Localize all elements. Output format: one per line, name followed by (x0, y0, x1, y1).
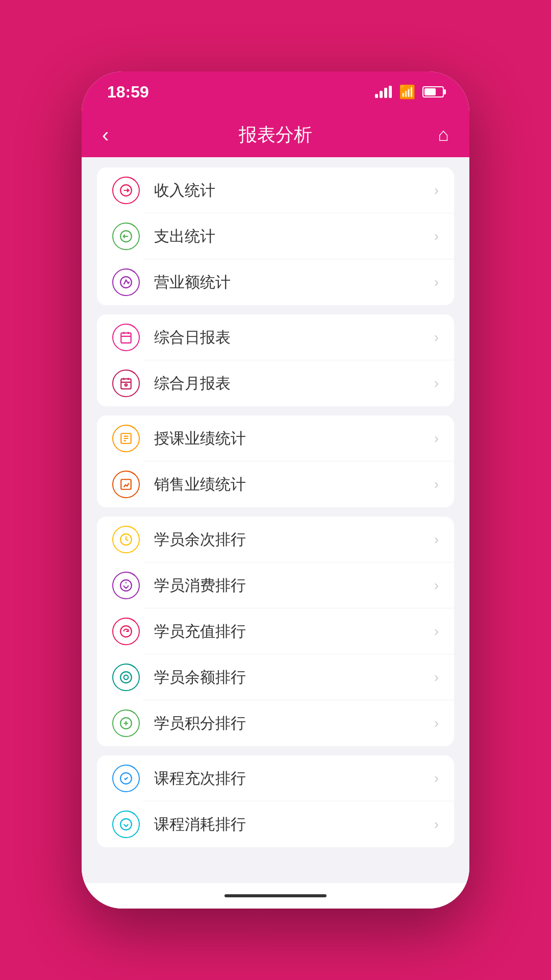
income-stats-label: 收入统计 (154, 180, 434, 201)
chevron-icon: › (434, 770, 439, 787)
signal-icon (375, 86, 392, 98)
student-points-icon (112, 709, 140, 737)
svg-rect-3 (121, 333, 131, 343)
income-stats-icon (112, 177, 140, 204)
daily-report-label: 综合日报表 (154, 327, 434, 348)
student-balance-icon (112, 664, 140, 691)
menu-item-course-consume[interactable]: 课程消耗排行 › (97, 801, 454, 847)
svg-rect-16 (121, 479, 131, 489)
chevron-icon: › (434, 430, 439, 447)
wifi-icon: 📶 (399, 84, 415, 100)
menu-item-teaching-perf[interactable]: 授课业绩统计 › (97, 415, 454, 461)
revenue-stats-label: 营业额统计 (154, 272, 434, 293)
status-time: 18:59 (107, 83, 149, 102)
daily-report-icon (112, 324, 140, 351)
svg-point-21 (124, 675, 129, 680)
page-title: 报表分析 (239, 122, 312, 148)
svg-point-20 (120, 672, 132, 683)
content-area: 收入统计 › 支出统计 › 营业额统计 › (82, 157, 469, 883)
course-consume-label: 课程消耗排行 (154, 814, 434, 835)
monthly-report-label: 综合月报表 (154, 373, 434, 394)
student-recharge-icon (112, 618, 140, 645)
menu-group-1: 收入统计 › 支出统计 › 营业额统计 › (97, 167, 454, 305)
menu-item-income-stats[interactable]: 收入统计 › (97, 167, 454, 213)
course-recharge-icon (112, 765, 140, 792)
menu-item-sales-perf[interactable]: 销售业绩统计 › (97, 461, 454, 507)
chevron-icon: › (434, 623, 439, 640)
menu-item-student-remaining[interactable]: 学员余次排行 › (97, 517, 454, 562)
chevron-icon: › (434, 577, 439, 594)
chevron-icon: › (434, 531, 439, 548)
teaching-perf-label: 授课业绩统计 (154, 428, 434, 449)
student-remaining-icon (112, 526, 140, 553)
svg-point-2 (120, 277, 132, 288)
chevron-icon: › (434, 375, 439, 391)
sales-perf-icon (112, 471, 140, 498)
menu-group-3: 授课业绩统计 › 销售业绩统计 › (97, 415, 454, 507)
menu-group-4: 学员余次排行 › 学员消费排行 › 学员充值排行 › (97, 517, 454, 746)
chevron-icon: › (434, 476, 439, 493)
chevron-icon: › (434, 715, 439, 731)
status-bar: 18:59 📶 (82, 71, 469, 112)
menu-item-daily-report[interactable]: 综合日报表 › (97, 314, 454, 360)
menu-item-course-recharge[interactable]: 课程充次排行 › (97, 755, 454, 801)
chevron-icon: › (434, 329, 439, 346)
chevron-icon: › (434, 669, 439, 685)
svg-point-24 (120, 819, 132, 830)
home-button[interactable]: ⌂ (418, 124, 449, 145)
revenue-stats-icon (112, 268, 140, 296)
back-button[interactable]: ‹ (102, 124, 133, 146)
student-remaining-label: 学员余次排行 (154, 529, 434, 550)
menu-item-monthly-report[interactable]: 综合月报表 › (97, 360, 454, 406)
student-consume-label: 学员消费排行 (154, 575, 434, 596)
menu-item-student-balance[interactable]: 学员余额排行 › (97, 654, 454, 700)
menu-group-5: 课程充次排行 › 课程消耗排行 › (97, 755, 454, 847)
student-points-label: 学员积分排行 (154, 713, 434, 734)
course-consume-icon (112, 811, 140, 838)
home-bar (82, 883, 469, 909)
svg-point-11 (125, 384, 127, 386)
student-consume-icon (112, 572, 140, 599)
menu-item-student-points[interactable]: 学员积分排行 › (97, 700, 454, 746)
chevron-icon: › (434, 816, 439, 832)
menu-item-student-consume[interactable]: 学员消费排行 › (97, 562, 454, 608)
header: ‹ 报表分析 ⌂ (82, 112, 469, 157)
menu-group-2: 综合日报表 › 综合月报表 › (97, 314, 454, 406)
menu-item-revenue-stats[interactable]: 营业额统计 › (97, 259, 454, 305)
expense-stats-icon (112, 223, 140, 250)
chevron-icon: › (434, 274, 439, 290)
sales-perf-label: 销售业绩统计 (154, 474, 434, 495)
home-indicator (224, 894, 327, 897)
chevron-icon: › (434, 228, 439, 244)
phone-frame: 18:59 📶 ‹ 报表分析 ⌂ 收入统计 (82, 71, 469, 909)
menu-item-expense-stats[interactable]: 支出统计 › (97, 213, 454, 259)
svg-point-18 (120, 580, 132, 591)
status-icons: 📶 (375, 84, 444, 100)
monthly-report-icon (112, 370, 140, 397)
menu-item-student-recharge[interactable]: 学员充值排行 › (97, 608, 454, 654)
chevron-icon: › (434, 182, 439, 199)
student-recharge-label: 学员充值排行 (154, 621, 434, 642)
course-recharge-label: 课程充次排行 (154, 768, 434, 789)
battery-icon (422, 86, 444, 97)
student-balance-label: 学员余额排行 (154, 667, 434, 688)
expense-stats-label: 支出统计 (154, 226, 434, 247)
teaching-perf-icon (112, 425, 140, 452)
